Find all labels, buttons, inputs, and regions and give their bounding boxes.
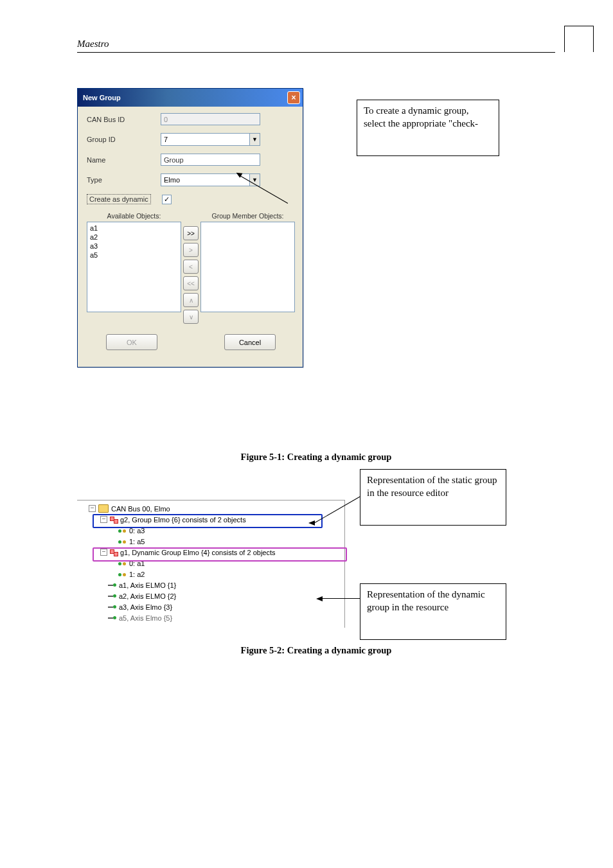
group-id-select[interactable]: 7 ▼ (161, 133, 260, 146)
name-label: Name (87, 156, 161, 164)
list-item[interactable]: a5 (90, 251, 178, 260)
type-select[interactable]: Elmo ▼ (161, 173, 260, 186)
member-objects-list[interactable] (200, 222, 295, 312)
page-header: Maestro (77, 39, 109, 52)
remove-one-button[interactable]: < (183, 260, 199, 274)
list-item[interactable]: a3 (90, 242, 178, 251)
list-item[interactable]: a2 (90, 233, 178, 242)
cancel-button[interactable]: Cancel (224, 334, 276, 350)
name-input[interactable]: Group (161, 154, 260, 166)
axis-icon (108, 594, 116, 599)
group-id-label: Group ID (87, 136, 161, 143)
list-item[interactable]: a1 (90, 224, 178, 233)
tree-axis[interactable]: a2, Axis ELMO {2} (108, 590, 344, 601)
group-id-value: 7 (164, 136, 168, 143)
annotation-arrow-head (316, 596, 323, 601)
axis-icon (108, 583, 116, 588)
remove-all-button[interactable]: << (183, 276, 199, 290)
member-icon (118, 528, 127, 533)
figure-1-caption: Figure 5-1: Creating a dynamic group (77, 452, 555, 463)
type-label: Type (87, 176, 161, 184)
move-down-button[interactable]: ∨ (183, 310, 199, 324)
new-group-dialog: New Group × CAN Bus ID 0 Group ID 7 ▼ (77, 88, 303, 368)
tree-root[interactable]: – CAN Bus 00, Elmo (89, 503, 344, 514)
tree-axis[interactable]: a3, Axis Elmo {3} (108, 601, 344, 612)
highlight-static-group (93, 514, 323, 528)
member-objects-label: Group Member Objects: (200, 212, 295, 220)
tree-member[interactable]: 1: a2 (118, 569, 344, 580)
dialog-titlebar: New Group × (78, 89, 303, 107)
create-dynamic-label: Create as dynamic (87, 194, 161, 204)
can-bus-id-label: CAN Bus ID (87, 116, 161, 123)
add-one-button[interactable]: > (183, 243, 199, 257)
tree-axis[interactable]: a1, Axis ELMO {1} (108, 580, 344, 590)
ok-button[interactable]: OK (106, 334, 157, 350)
folder-icon (98, 504, 109, 513)
chevron-down-icon: ▼ (249, 134, 260, 145)
page-number-box (564, 26, 594, 52)
callout-create-dynamic: To create a dynamic group, select the ap… (357, 100, 499, 156)
available-objects-label: Available Objects: (87, 212, 181, 220)
annotation-arrow-head (308, 520, 315, 526)
callout-static-group: Representation of the static group in th… (360, 469, 506, 526)
axis-icon (108, 616, 116, 621)
collapse-icon[interactable]: – (89, 505, 96, 512)
tree-axis[interactable]: a5, Axis Elmo {5} (108, 612, 344, 623)
member-icon (118, 539, 127, 544)
tree-member[interactable]: 1: a5 (118, 536, 344, 547)
member-icon (118, 572, 127, 577)
create-dynamic-checkbox[interactable]: ✓ (162, 195, 172, 204)
figure-1-area: New Group × CAN Bus ID 0 Group ID 7 ▼ (77, 88, 540, 448)
figure-2-caption: Figure 5-2: Creating a dynamic group (77, 645, 555, 656)
figure-2-area: Representation of the static group in th… (77, 469, 540, 636)
can-bus-id-input: 0 (161, 113, 260, 125)
available-objects-list[interactable]: a1 a2 a3 a5 (87, 222, 181, 312)
move-up-button[interactable]: ∧ (183, 293, 199, 307)
highlight-dynamic-group (93, 547, 347, 562)
callout-dynamic-group: Representation of the dynamic group in t… (360, 583, 506, 640)
dialog-title: New Group (83, 94, 121, 102)
type-value: Elmo (164, 176, 180, 184)
add-all-button[interactable]: >> (183, 226, 199, 240)
close-icon[interactable]: × (287, 91, 300, 104)
axis-icon (108, 605, 116, 610)
